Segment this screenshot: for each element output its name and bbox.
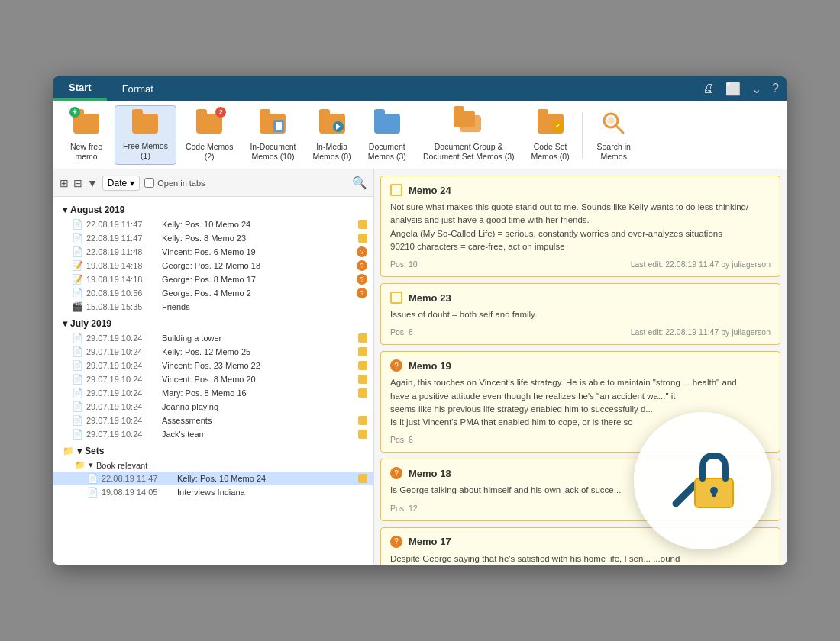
memo-badge xyxy=(358,333,367,343)
tree-view[interactable]: ▾ August 2019 📄 22.08.19 11:47 Kelly: Po… xyxy=(53,197,373,565)
tree-item-text: Friends xyxy=(162,302,367,311)
ribbon-item-doc-group-memos[interactable]: Document Group & Document Set Memos (3) xyxy=(415,105,522,165)
group-label-august: August 2019 xyxy=(70,205,124,215)
right-panel[interactable]: Memo 24 Not sure what makes this quote s… xyxy=(374,169,787,565)
ribbon-label-in-document-memos: In-Document Memos (10) xyxy=(250,142,296,161)
tab-start[interactable]: Start xyxy=(53,76,107,101)
sets-subitem-indiana[interactable]: 📄 19.08.19 14:05 Interviews Indiana xyxy=(53,485,373,499)
ribbon-icon-in-document-memos xyxy=(257,108,288,139)
title-bar: Start Format 🖨 ⬜ ⌄ ? xyxy=(53,76,787,101)
tree-item-date: 22.08.19 11:47 xyxy=(86,220,159,229)
tree-item-text: Jack's team xyxy=(162,430,355,439)
tree-item-m22[interactable]: 📄 29.07.19 10:24 Vincent: Pos. 23 Memo 2… xyxy=(53,359,373,372)
ribbon-item-free-memos[interactable]: Free Memos (1) xyxy=(115,105,176,165)
tree-item-m20[interactable]: 📄 29.07.19 10:24 Vincent: Pos. 8 Memo 20 xyxy=(53,372,373,386)
memo-pos-23: Pos. 8 xyxy=(390,327,413,337)
tree-item-date: 22.08.19 11:47 xyxy=(102,474,174,483)
memo-card-24[interactable]: Memo 24 Not sure what makes this quote s… xyxy=(380,176,780,277)
tree-item-date: 22.08.19 11:48 xyxy=(86,247,159,256)
ribbon-item-search-in-memos[interactable]: Search in Memos xyxy=(587,105,641,165)
memo-card-header-23: Memo 23 xyxy=(390,292,771,304)
memo-badge xyxy=(358,361,367,370)
tree-group-july-2019[interactable]: ▾ July 2019 xyxy=(53,314,373,331)
tree-item-date: 29.07.19 10:24 xyxy=(86,388,159,398)
ribbon-item-new-free-memo[interactable]: + New free memo xyxy=(60,105,113,165)
tree-item-m16[interactable]: 📄 29.07.19 10:24 Mary: Pos. 8 Memo 16 xyxy=(53,386,373,400)
ribbon-item-in-media-memos[interactable]: In-Media Memos (0) xyxy=(305,105,359,165)
filter-icon-2[interactable]: ⊟ xyxy=(73,177,82,189)
sets-icon: 📁 xyxy=(63,446,74,456)
tree-group-august-2019[interactable]: ▾ August 2019 xyxy=(53,200,373,217)
doc-icon: 📄 xyxy=(72,360,83,371)
memo-card-23[interactable]: Memo 23 Issues of doubt – both self and … xyxy=(380,283,780,345)
tree-item-date: 19.08.19 14:05 xyxy=(102,488,174,497)
doc-icon: 📄 xyxy=(72,288,83,298)
ribbon-separator xyxy=(582,112,583,158)
help-icon[interactable]: ? xyxy=(772,82,779,95)
ribbon-label-doc-group-memos: Document Group & Document Set Memos (3) xyxy=(423,142,515,161)
ribbon-item-code-memos[interactable]: 2 Code Memos (2) xyxy=(178,105,241,165)
tree-item-jack[interactable]: 📄 29.07.19 10:24 Jack's team xyxy=(53,427,373,441)
svg-line-3 xyxy=(676,485,695,504)
overlay-circle xyxy=(634,412,771,549)
print-icon[interactable]: 🖨 xyxy=(703,82,715,95)
ribbon-item-code-set-memos[interactable]: ✓ Code Set Memos (0) xyxy=(524,105,577,165)
tree-item-m23[interactable]: 📄 22.08.19 11:47 Kelly: Pos. 8 Memo 23 xyxy=(53,231,373,245)
sets-header[interactable]: 📁 ▾ Sets xyxy=(53,441,373,459)
tree-item-assess[interactable]: 📄 29.07.19 10:24 Assessments xyxy=(53,414,373,427)
doc-edit-icon: 📝 xyxy=(72,260,83,271)
ribbon-icon-doc-group-memos xyxy=(454,108,484,139)
tree-item-m24[interactable]: 📄 22.08.19 11:47 Kelly: Pos. 10 Memo 24 xyxy=(53,217,373,231)
app-window: Start Format 🖨 ⬜ ⌄ ? + New free memo xyxy=(53,76,787,565)
filter-icon-3[interactable]: ▼ xyxy=(87,177,98,189)
tree-item-tower[interactable]: 📄 29.07.19 10:24 Building a tower xyxy=(53,331,373,345)
tree-item-m17[interactable]: 📝 19.08.19 14:18 George: Pos. 8 Memo 17 … xyxy=(53,272,373,286)
memo-body-17: Despite George saying that he's satisfie… xyxy=(390,552,771,565)
memo-card-header-19: ? Memo 19 xyxy=(390,359,771,372)
tree-item-text: Kelly: Pos. 8 Memo 23 xyxy=(162,234,355,243)
export-icon[interactable]: ⬜ xyxy=(725,82,741,96)
tree-item-text: Kelly: Pos. 10 Memo 24 xyxy=(162,220,355,229)
memo-title-23: Memo 23 xyxy=(409,292,451,304)
tree-item-date: 29.07.19 10:24 xyxy=(86,430,159,439)
tree-item-text: Building a tower xyxy=(162,333,355,343)
svg-point-2 xyxy=(607,117,615,124)
ribbon-label-code-set-memos: Code Set Memos (0) xyxy=(531,142,570,161)
tree-item-date: 29.07.19 10:24 xyxy=(86,361,159,370)
sets-expand-icon: ▾ xyxy=(77,446,82,456)
ribbon-item-in-document-memos[interactable]: In-Document Memos (10) xyxy=(242,105,303,165)
ribbon-icon-in-media-memos xyxy=(317,108,347,139)
sets-collapse-icon: ▾ xyxy=(89,460,93,470)
ribbon-label-search-in-memos: Search in Memos xyxy=(597,142,631,161)
ribbon-label-free-memos: Free Memos (1) xyxy=(123,141,168,160)
memo-title-17: Memo 17 xyxy=(409,536,451,547)
open-in-tabs-input[interactable] xyxy=(144,178,154,188)
sets-item-book-relevant[interactable]: 📁 ▾ Book relevant xyxy=(53,459,373,472)
tree-item-date: 19.08.19 14:18 xyxy=(86,275,159,284)
sets-subitem-m24[interactable]: 📄 22.08.19 11:47 Kelly: Pos. 10 Memo 24 xyxy=(53,472,373,485)
memo-question-icon: ? xyxy=(390,467,402,479)
date-sort-dropdown[interactable]: Date ▾ xyxy=(102,176,140,191)
ribbon-icon-code-memos: 2 xyxy=(194,108,225,139)
tree-item-m2[interactable]: 📄 20.08.19 10:56 George: Pos. 4 Memo 2 ? xyxy=(53,286,373,300)
chevron-down-icon[interactable]: ⌄ xyxy=(751,82,761,96)
date-sort-chevron: ▾ xyxy=(130,178,134,188)
tab-format[interactable]: Format xyxy=(107,76,169,101)
tree-item-m19[interactable]: 📄 22.08.19 11:48 Vincent: Pos. 6 Memo 19… xyxy=(53,245,373,259)
ribbon-label-new-free-memo: New free memo xyxy=(70,142,102,161)
collapse-icon-july: ▾ xyxy=(63,318,67,329)
tree-item-joanna[interactable]: 📄 29.07.19 10:24 Joanna playing xyxy=(53,400,373,414)
filter-icon-1[interactable]: ⊞ xyxy=(60,177,69,189)
tree-item-m25[interactable]: 📄 29.07.19 10:24 Kelly: Pos. 12 Memo 25 xyxy=(53,345,373,359)
tree-item-friends[interactable]: 🎬 15.08.19 15:35 Friends xyxy=(53,300,373,314)
sets-item-label: Book relevant xyxy=(96,461,147,470)
tree-item-m18[interactable]: 📝 19.08.19 14:18 George: Pos. 12 Memo 18… xyxy=(53,259,373,272)
date-sort-label: Date xyxy=(108,178,127,188)
ribbon-item-document-memos[interactable]: Document Memos (3) xyxy=(360,105,414,165)
search-button[interactable]: 🔍 xyxy=(352,176,367,190)
open-in-tabs-checkbox[interactable]: Open in tabs xyxy=(144,178,205,188)
tree-item-date: 29.07.19 10:24 xyxy=(86,402,159,411)
tree-item-date: 29.07.19 10:24 xyxy=(86,347,159,356)
tree-item-date: 20.08.19 10:56 xyxy=(86,288,159,298)
question-badge: ? xyxy=(357,246,367,257)
